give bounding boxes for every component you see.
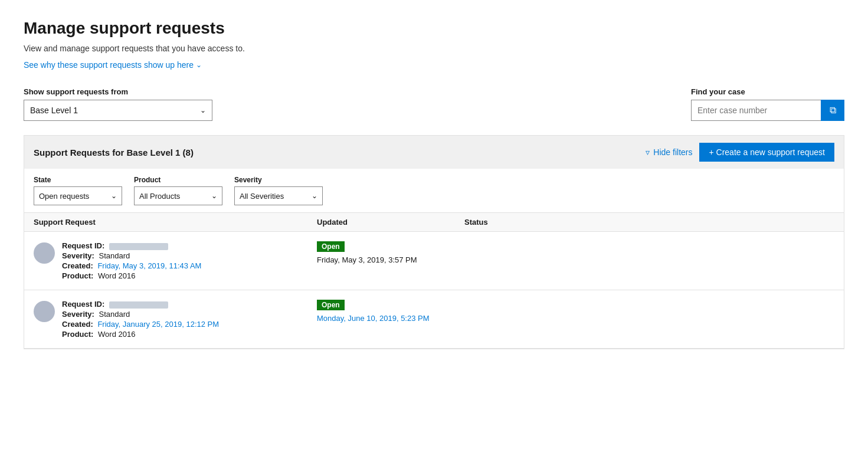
request-info-1: Request ID: Severity: Standard Created: … <box>34 241 317 280</box>
avatar <box>34 301 55 322</box>
page-subtitle: View and manage support requests that yo… <box>24 44 844 53</box>
product-label: Product: <box>62 330 93 339</box>
request-details-1: Request ID: Severity: Standard Created: … <box>62 241 201 280</box>
chevron-down-icon: ⌄ <box>111 192 117 200</box>
case-number-input[interactable] <box>691 100 821 121</box>
hide-filters-button[interactable]: ▿ Hide filters <box>646 147 692 157</box>
request-id-value <box>109 301 168 309</box>
created-value: Friday, January 25, 2019, 12:12 PM <box>97 320 219 329</box>
product-line-1: Product: Word 2016 <box>62 271 201 280</box>
request-id-label: Request ID: <box>62 300 104 309</box>
page-title: Manage support requests <box>24 19 844 38</box>
request-info-2: Request ID: Severity: Standard Created: … <box>34 300 317 339</box>
product-line-2: Product: Word 2016 <box>62 330 219 339</box>
status-badge: Open <box>317 300 345 310</box>
severity-value: Standard <box>99 251 130 260</box>
request-id-label: Request ID: <box>62 241 104 250</box>
create-support-request-button[interactable]: + Create a new support request <box>699 143 834 162</box>
state-filter-label: State <box>34 176 122 184</box>
column-headers: Support Request Updated Status <box>24 213 844 232</box>
chevron-down-icon: ⌄ <box>196 61 202 69</box>
severity-line-1: Severity: Standard <box>62 251 201 260</box>
created-value: Friday, May 3, 2019, 11:43 AM <box>97 261 201 270</box>
status-badge: Open <box>317 241 345 252</box>
severity-label: Severity: <box>62 310 94 319</box>
filter-icon: ▿ <box>646 147 650 157</box>
severity-filter-group: Severity All Severities ⌄ <box>234 176 323 205</box>
state-filter-group: State Open requests ⌄ <box>34 176 122 205</box>
col-header-updated: Updated <box>317 218 464 227</box>
table-header-actions: ▿ Hide filters + Create a new support re… <box>646 143 834 162</box>
chevron-down-icon: ⌄ <box>200 106 206 114</box>
see-why-link[interactable]: See why these support requests show up h… <box>24 60 202 70</box>
severity-line-2: Severity: Standard <box>62 310 219 319</box>
filter-row: State Open requests ⌄ Product All Produc… <box>24 169 844 213</box>
updated-date-1: Friday, May 3, 2019, 3:57 PM <box>317 255 464 264</box>
product-value: Word 2016 <box>98 271 135 280</box>
created-label: Created: <box>62 261 93 270</box>
col-header-status: Status <box>464 218 834 227</box>
product-filter-label: Product <box>134 176 222 184</box>
request-id-line-2: Request ID: <box>62 300 219 309</box>
updated-col-1: Open Friday, May 3, 2019, 3:57 PM <box>317 241 464 264</box>
col-header-request: Support Request <box>34 218 317 227</box>
request-details-2: Request ID: Severity: Standard Created: … <box>62 300 219 339</box>
severity-label: Severity: <box>62 251 94 260</box>
find-case-button[interactable]: ⧉ <box>821 100 844 121</box>
show-from-value: Base Level 1 <box>30 106 78 115</box>
show-from-label: Show support requests from <box>24 87 212 96</box>
support-requests-table: Support Requests for Base Level 1 (8) ▿ … <box>24 135 844 349</box>
state-filter-value: Open requests <box>39 192 89 201</box>
show-from-dropdown[interactable]: Base Level 1 ⌄ <box>24 100 212 121</box>
table-row[interactable]: Request ID: Severity: Standard Created: … <box>24 290 844 349</box>
hide-filters-label: Hide filters <box>653 147 692 157</box>
state-filter-dropdown[interactable]: Open requests ⌄ <box>34 186 122 205</box>
table-header-title: Support Requests for Base Level 1 (8) <box>34 147 194 158</box>
product-value: Word 2016 <box>98 330 135 339</box>
severity-value: Standard <box>99 310 130 319</box>
severity-filter-label: Severity <box>234 176 323 184</box>
updated-date-2: Monday, June 10, 2019, 5:23 PM <box>317 314 464 323</box>
find-case-label: Find your case <box>691 87 844 96</box>
external-link-icon: ⧉ <box>830 105 836 116</box>
product-filter-dropdown[interactable]: All Products ⌄ <box>134 186 222 205</box>
severity-filter-value: All Severities <box>240 192 284 201</box>
chevron-down-icon: ⌄ <box>211 192 217 200</box>
table-header-bar: Support Requests for Base Level 1 (8) ▿ … <box>24 136 844 169</box>
product-filter-value: All Products <box>139 192 180 201</box>
severity-filter-dropdown[interactable]: All Severities ⌄ <box>234 186 323 205</box>
updated-col-2: Open Monday, June 10, 2019, 5:23 PM <box>317 300 464 323</box>
find-case-input-row: ⧉ <box>691 100 844 121</box>
find-case-group: Find your case ⧉ <box>691 87 844 121</box>
table-row[interactable]: Request ID: Severity: Standard Created: … <box>24 232 844 290</box>
controls-row: Show support requests from Base Level 1 … <box>24 87 844 121</box>
created-line-2: Created: Friday, January 25, 2019, 12:12… <box>62 320 219 329</box>
product-filter-group: Product All Products ⌄ <box>134 176 222 205</box>
created-label: Created: <box>62 320 93 329</box>
see-why-link-text: See why these support requests show up h… <box>24 60 194 70</box>
product-label: Product: <box>62 271 93 280</box>
created-line-1: Created: Friday, May 3, 2019, 11:43 AM <box>62 261 201 270</box>
show-from-group: Show support requests from Base Level 1 … <box>24 87 212 121</box>
avatar <box>34 242 55 264</box>
request-id-value <box>109 243 168 250</box>
request-id-line-1: Request ID: <box>62 241 201 250</box>
chevron-down-icon: ⌄ <box>312 192 317 200</box>
